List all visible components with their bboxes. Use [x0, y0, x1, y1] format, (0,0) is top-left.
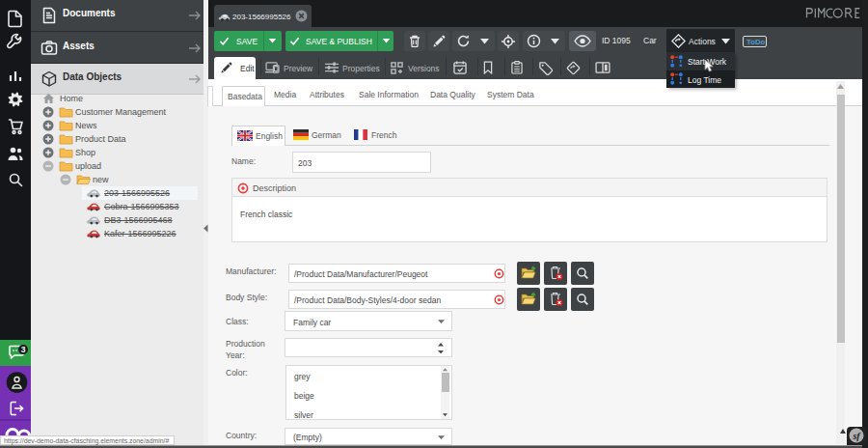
- svg-text:3: 3: [21, 345, 26, 354]
